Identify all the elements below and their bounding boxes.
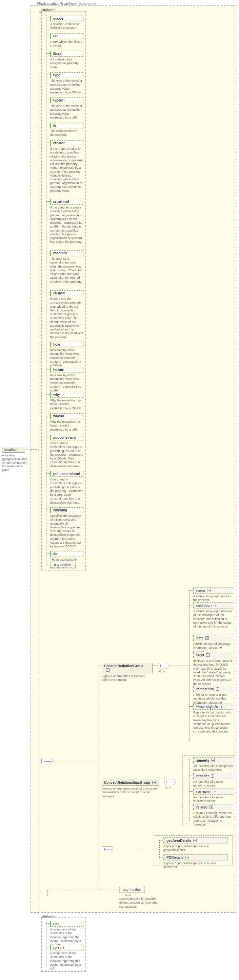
attr-typeuri: typeuriThe type of the concept assigned …	[50, 97, 83, 119]
attr-type: typeThe type of the concept assigned as …	[50, 72, 83, 94]
plus-icon[interactable]	[209, 805, 213, 809]
element-narrower[interactable]: narrowerAn identifier of a more specific…	[193, 789, 233, 803]
plus-icon[interactable]	[207, 589, 211, 592]
attr-literal: literalA free-text value assigned as pro…	[50, 51, 83, 69]
element-desc: Represents the position of a concept in …	[193, 711, 233, 734]
attribute-desc: One or many constraints that apply to pu…	[50, 478, 83, 504]
attribute-name: roleuri	[50, 945, 83, 950]
attribute-name: dir	[50, 551, 83, 557]
attribute-desc: If set to true the corresponding propert…	[50, 297, 83, 339]
element-facet[interactable]: facetIn NAR 1.8 and later, facet is depr…	[193, 652, 233, 686]
attr-whyuri: whyuriWhy the metadata has been included…	[50, 413, 83, 431]
element-label: facet	[196, 653, 204, 657]
attribute-desc: One or many constraints that apply to pu…	[50, 441, 83, 468]
attribute-name: modified	[50, 250, 83, 256]
occurrence: 0..∞	[159, 670, 165, 673]
attribute-desc: A free-text value assigned as property v…	[50, 58, 83, 69]
group-desc: A group of properites required to define…	[102, 675, 152, 682]
attr-why: whyWhy the metadata has been included - …	[50, 392, 83, 410]
any-other-desc: Extension point for provider-defined pro…	[119, 897, 163, 909]
attr-xml-lang: xml:langSpecifies the language of this p…	[50, 508, 83, 549]
element-label: name	[196, 589, 205, 593]
attribute-desc: Why the metadata has been included - exp…	[50, 399, 83, 410]
plus-icon[interactable]	[152, 781, 156, 784]
element-desc: An identifier of a more generic concept.	[193, 780, 233, 788]
element-desc: An identifier of a more specific concept…	[193, 795, 233, 803]
group-concept-definition[interactable]: ConceptDefinitionGroup A group of proper…	[102, 663, 152, 682]
attribute-name: xml:lang	[50, 508, 83, 513]
attribute-name: creatoruri	[50, 199, 83, 205]
sequence-compositor	[41, 758, 53, 764]
plus-icon[interactable]	[185, 856, 189, 859]
attr-howuri: howuriIndicates by which means the value…	[50, 367, 83, 393]
element-label: hierarchyInfo	[196, 705, 218, 709]
attribute-desc: A refinement of the semantics of the loc…	[50, 928, 83, 947]
element-related[interactable]: relatedA related concept, where the rela…	[193, 804, 233, 827]
group-label: ConceptRelationshipsGroup	[104, 781, 150, 784]
attribute-desc: Indicates by which means the value was e…	[50, 348, 83, 368]
attribute-name: how	[50, 342, 83, 347]
root-element-label: location	[2, 447, 25, 453]
attr-uri: uriA URI which identifies a concept.	[50, 33, 83, 48]
attribute-desc: Indicates by which means the value was e…	[50, 374, 83, 393]
element-label: broader	[196, 774, 209, 778]
attribute-desc: The local identifier of the property.	[50, 129, 83, 137]
element-name[interactable]: nameA natural language name for the conc…	[193, 587, 233, 602]
element-label: definition	[196, 604, 212, 608]
attribute-name: type	[50, 72, 83, 78]
element-desc: A group of properties specific to a poin…	[163, 861, 218, 869]
attribute-desc: The type of the concept assigned as cont…	[50, 79, 83, 94]
plus-icon[interactable]	[216, 687, 219, 691]
element-label: geoAreaDetails	[166, 839, 191, 843]
plus-icon[interactable]	[220, 705, 223, 708]
element-sameas[interactable]: sameAsAn identifier of a concept with eq…	[193, 757, 233, 772]
attr-roleuri: roleuriA refinement of the semantics of …	[50, 945, 83, 970]
element-note[interactable]: noteAdditional natural language informat…	[193, 635, 233, 654]
any-other-element: any ##other	[119, 887, 145, 893]
attr-how: howIndicates by which means the value wa…	[50, 342, 83, 368]
attribute-name: whyuri	[50, 413, 83, 419]
element-desc: In NAR 1.8 and later, facet is deprecate…	[193, 659, 233, 686]
element-label: POIDetails	[166, 856, 184, 859]
element-desc: A group of properties specific to a geop…	[163, 845, 218, 852]
attribute-desc: A refinement of the semantics of the loc…	[50, 951, 83, 970]
attribute-name: creator	[50, 140, 83, 146]
plus-icon[interactable]	[206, 636, 209, 640]
attribute-desc: Specifies the language of this property …	[50, 514, 83, 549]
plus-icon[interactable]	[211, 759, 215, 762]
attribute-desc: Why the metadata has been included - exp…	[50, 420, 83, 431]
root-element[interactable]: location A location (geographical area o…	[2, 447, 28, 472]
attribute-desc: A qualified code which identifies a conc…	[50, 22, 83, 30]
attribute-desc: If the attribute is empty, specifies whi…	[50, 206, 83, 244]
plus-icon[interactable]	[106, 668, 109, 672]
element-label: remoteInfo	[196, 687, 214, 691]
element-broader[interactable]: broaderAn identifier of a more generic c…	[193, 773, 233, 788]
attr-creatoruri: creatoruriIf the attribute is empty, spe…	[50, 199, 83, 244]
element-label: note	[196, 636, 203, 640]
plus-icon[interactable]	[214, 604, 217, 607]
choice-compositor	[164, 779, 176, 785]
element-hierarchyinfo[interactable]: hierarchyInfoRepresents the position of …	[193, 703, 233, 734]
plus-icon[interactable]	[206, 653, 209, 657]
attribute-name: howuri	[50, 367, 83, 372]
attribute-name: role	[50, 921, 83, 927]
group-concept-relationships[interactable]: ConceptRelationshipsGroup A group of pro…	[102, 779, 159, 798]
attr-creator: creatorIf the property value is not defi…	[50, 140, 83, 193]
element-definition[interactable]: definitionA natural language definition …	[193, 602, 233, 628]
attr-pubconstrainturi: pubconstrainturiOne or many constraints …	[50, 471, 83, 504]
plus-icon[interactable]	[213, 790, 216, 793]
attr-pubconstraint: pubconstraintOne or many constraints tha…	[50, 435, 83, 468]
plus-icon[interactable]	[193, 839, 196, 842]
element-desc: A related concept, where the relationshi…	[193, 811, 233, 827]
attribute-name: id	[50, 123, 83, 128]
element-poidetails[interactable]: POIDetailsA group of properties specific…	[163, 854, 228, 869]
plus-icon[interactable]	[211, 774, 214, 778]
occurrence: 0..∞	[165, 786, 171, 789]
type-name: FlexLocationPropType	[36, 2, 77, 5]
attr-role: roleA refinement of the semantics of the…	[50, 921, 83, 947]
element-geoareadetails[interactable]: geoAreaDetailsA group of properties spec…	[163, 837, 228, 852]
schema-type-header: FlexLocationPropType (extension)	[36, 2, 96, 5]
attribute-desc: If the property value is not defined, sp…	[50, 147, 83, 193]
attribute-name: literal	[50, 51, 83, 57]
attribute-name: qcode	[50, 16, 83, 21]
